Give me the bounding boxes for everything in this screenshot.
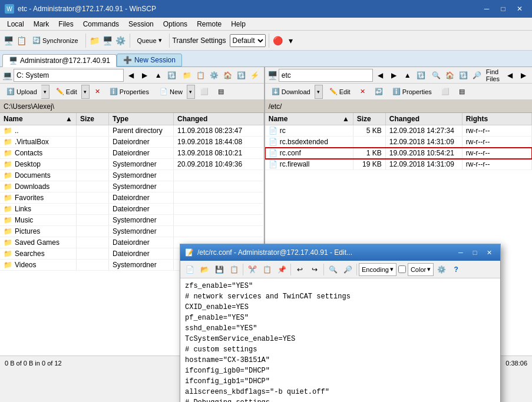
menu-files[interactable]: Files [54,18,78,30]
menu-remote[interactable]: Remote [192,18,226,30]
left-new-button[interactable]: 📄 New [156,85,187,99]
ed-findreplace-btn[interactable]: 🔎 [341,263,355,277]
left-btn-3[interactable]: ⚙️ [208,69,221,82]
ed-new-btn[interactable]: 📄 [183,263,197,277]
left-nav-forward[interactable]: ▶ [138,69,151,82]
color-dropdown[interactable]: Color ▾ [408,263,434,276]
session-tab-0[interactable]: 🖥️ Administrator@172.17.40.91 [2,54,117,67]
right-delete-button[interactable]: ✕ [356,85,369,99]
queue-button[interactable]: Queue ▾ [133,32,166,49]
list-item[interactable]: 📁 Contacts Dateiordner 13.09.2018 08:10:… [0,148,264,159]
left-col-type[interactable]: Type [109,113,174,125]
ed-cut-btn[interactable]: ✂️ [245,263,259,277]
list-item[interactable]: 📁 .. Parent directory 11.09.2018 08:23:4… [0,125,264,137]
menu-session[interactable]: Session [124,18,158,30]
ed-find-btn[interactable]: 🔍 [326,263,340,277]
right-nav-up[interactable]: ▲ [401,69,414,82]
left-btn-5[interactable]: 🔃 [235,69,248,82]
right-edit-button[interactable]: ✏️ Edit [325,85,355,99]
toolbar-icon-refresh[interactable]: 🔴 [272,35,284,46]
menu-mark[interactable]: Mark [29,18,54,30]
editor-maximize-btn[interactable]: □ [468,247,481,258]
list-item[interactable]: 📄 rc.conf 1 KB 19.09.2018 10:54:21 rw-r-… [265,148,532,159]
menu-help[interactable]: Help [226,18,250,30]
editor-minimize-btn[interactable]: ─ [454,247,467,258]
close-button[interactable]: ✕ [512,3,527,15]
new-session-button[interactable]: ➕ New Session [117,54,182,67]
list-item[interactable]: 📄 rc.firewall 19 KB 12.09.2018 14:31:09 … [265,159,532,170]
encoding-dropdown[interactable]: Encoding ▾ [359,263,396,276]
ed-paste-btn[interactable]: 📌 [275,263,289,277]
editor-content[interactable]: zfs_enable="YES" # network services and … [180,278,500,402]
right-properties-button[interactable]: ℹ️ Properties [388,85,436,99]
left-edit-arrow-button[interactable]: ▾ [81,85,90,99]
list-item[interactable]: 📁 Documents Systemordner [0,170,264,181]
left-collapse-button[interactable]: ▤ [214,85,228,99]
left-properties-button[interactable]: ℹ️ Properties [105,85,153,99]
list-item[interactable]: 📄 rc.bsdextended 12.09.2018 14:31:09 rw-… [265,137,532,148]
menu-options[interactable]: Options [158,18,192,30]
editor-close-btn[interactable]: ✕ [483,247,495,258]
right-btn-filter[interactable]: 🔍 [430,69,443,82]
right-col-size[interactable]: Size [353,113,386,125]
right-nav-forward[interactable]: ▶ [388,69,401,82]
ed-saveas-btn[interactable]: 📋 [227,263,241,277]
list-item[interactable]: 📁 Links Dateiordner [0,204,264,215]
list-item[interactable]: 📁 .VirtualBox Dateiordner 19.09.2018 18:… [0,137,264,148]
ed-save-btn[interactable]: 💾 [212,263,226,277]
ed-redo-btn[interactable]: ↪ [308,263,322,277]
list-item[interactable]: 📁 Music Systemordner [0,215,264,226]
right-nav-prev[interactable]: ◀ [503,69,516,82]
list-item[interactable]: 📄 rc 5 KB 12.09.2018 14:27:34 rw-r--r-- [265,125,532,137]
minimize-button[interactable]: ─ [479,3,494,15]
menu-commands[interactable]: Commands [78,18,124,30]
ed-settings-btn[interactable]: ⚙️ [434,263,448,277]
word-wrap-toggle[interactable] [398,265,407,273]
left-btn-2[interactable]: 📋 [194,69,207,82]
left-expand-button[interactable]: ⬜ [196,85,213,99]
ed-undo-btn[interactable]: ↩ [293,263,307,277]
left-col-size[interactable]: Size [77,113,109,125]
right-col-changed[interactable]: Changed [386,113,462,125]
left-nav-up[interactable]: ▲ [152,69,165,82]
upload-button[interactable]: ⬆️ Upload [2,85,41,99]
right-collapse-button[interactable]: ▤ [455,85,469,99]
right-btn-refresh[interactable]: 🔃 [457,69,470,82]
menu-local[interactable]: Local [2,18,29,30]
transfer-profile-select[interactable]: Default [230,34,266,47]
right-nav-back[interactable]: ◀ [374,69,387,82]
right-col-name[interactable]: Name ▲ [265,113,353,125]
left-btn-4[interactable]: 🏠 [222,69,234,82]
ed-open-btn[interactable]: 📂 [197,263,212,277]
left-edit-button[interactable]: ✏️ Edit [52,85,81,99]
list-item[interactable]: 📁 Pictures Systemordner [0,226,264,237]
list-item[interactable]: 📁 Downloads Systemordner [0,181,264,192]
synchronize-button[interactable]: 🔄 Synchronize [28,32,82,49]
right-nav-next[interactable]: ▶ [517,69,530,82]
left-col-name[interactable]: Name ▲ [0,113,77,125]
left-delete-button[interactable]: ✕ [91,85,104,99]
right-nav-refresh[interactable]: 🔃 [415,69,428,82]
left-btn-1[interactable]: 📁 [181,69,194,82]
left-btn-6[interactable]: ⚡ [249,69,262,82]
upload-arrow-button[interactable]: ▾ [41,85,49,99]
left-nav-back[interactable]: ◀ [125,69,138,82]
ed-copy-btn[interactable]: 📋 [260,263,274,277]
list-item[interactable]: 📁 Desktop Systemordner 20.09.2018 10:49:… [0,159,264,170]
left-col-changed[interactable]: Changed [174,113,264,125]
list-item[interactable]: 📁 Favorites Dateiordner [0,192,264,204]
download-arrow-button[interactable]: ▾ [315,85,323,99]
download-button[interactable]: ⬇️ Download [267,85,315,99]
right-btn-home[interactable]: 🏠 [444,69,457,82]
left-nav-refresh[interactable]: 🔃 [166,69,179,82]
toolbar-icon-arrow[interactable]: ▾ [285,35,297,46]
right-rename-button[interactable]: ↩️ [371,85,387,99]
ed-help-btn[interactable]: ? [449,263,463,277]
right-path-input[interactable] [279,69,373,82]
right-expand-button[interactable]: ⬜ [437,85,454,99]
left-new-arrow-button[interactable]: ▾ [187,85,195,99]
right-col-rights[interactable]: Rights [462,113,532,125]
word-wrap-checkbox[interactable] [398,265,406,273]
left-path-input[interactable] [14,69,124,82]
right-find-btn[interactable]: 🔎 [471,69,484,82]
